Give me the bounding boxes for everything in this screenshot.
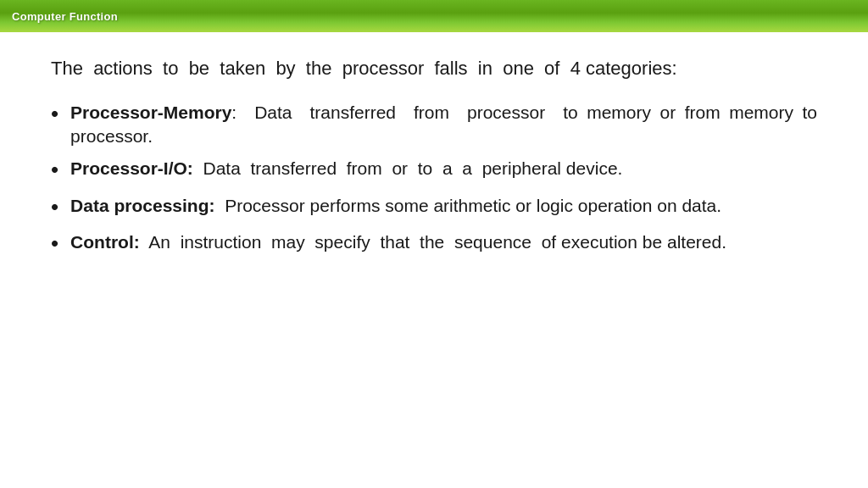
list-item: • Processor-I/O: Data transferred from o… (51, 157, 817, 185)
list-item: • Data processing: Processor performs so… (51, 194, 817, 222)
bullet-content: Processor-I/O: Data transferred from or … (70, 157, 817, 180)
slide: Computer Function The actions to be take… (0, 0, 868, 488)
bullet-term: Data processing: (70, 196, 214, 215)
intro-text: The actions to be taken by the processor… (51, 56, 817, 82)
bullet-icon: • (51, 99, 58, 129)
bullet-term: Control: (70, 232, 140, 252)
bullet-icon: • (51, 229, 58, 258)
bullet-content: Processor-Memory: Data transferred from … (70, 101, 817, 149)
list-item: • Control: An instruction may specify th… (51, 230, 817, 258)
content-area: The actions to be taken by the processor… (0, 32, 868, 488)
bullet-content: Data processing: Processor performs some… (70, 194, 817, 218)
list-item: • Processor-Memory: Data transferred fro… (51, 101, 817, 149)
bullet-icon: • (51, 192, 58, 222)
title-bar: Computer Function (0, 0, 868, 32)
bullet-term: Processor-I/O: (70, 158, 193, 178)
slide-title: Computer Function (12, 10, 118, 23)
bullet-icon: • (51, 155, 58, 185)
bullet-content: Control: An instruction may specify that… (70, 230, 817, 254)
bullet-term: Processor-Memory (70, 103, 231, 122)
bullet-list: • Processor-Memory: Data transferred fro… (51, 101, 817, 258)
